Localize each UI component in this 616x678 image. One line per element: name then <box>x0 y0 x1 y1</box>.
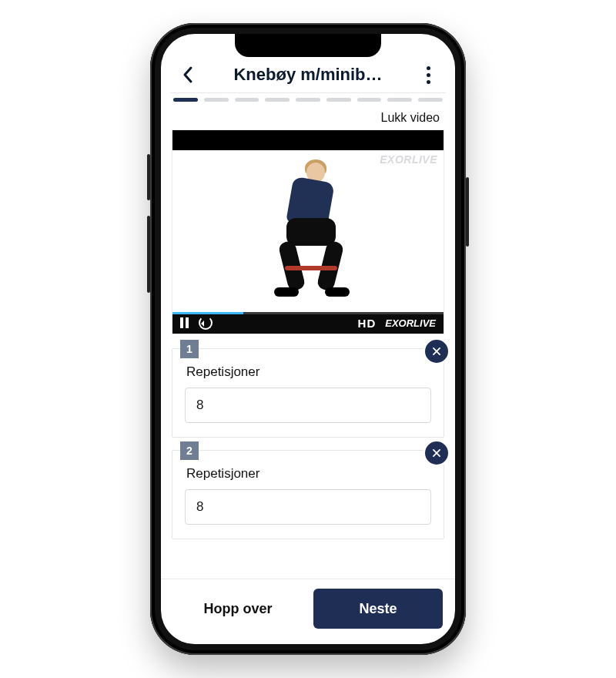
progress-segment <box>326 98 351 102</box>
progress-segment <box>204 98 229 102</box>
content-area: Lukk video EXORLIVE <box>161 109 455 579</box>
video-watermark: EXORLIVE <box>380 153 437 166</box>
progress-segment <box>235 98 259 102</box>
video-progress-bar[interactable] <box>172 312 243 314</box>
skip-button[interactable]: Hopp over <box>173 589 303 629</box>
phone-frame: Knebøy m/minib… Lukk video EXORLIVE <box>150 23 466 655</box>
repetitions-input[interactable] <box>185 388 431 423</box>
video-player: EXORLIVE HD EXORLIVE <box>172 129 444 334</box>
more-menu-button[interactable] <box>415 66 441 84</box>
set-index-badge: 2 <box>180 441 199 460</box>
close-icon <box>431 448 442 458</box>
repetitions-input[interactable] <box>185 489 431 525</box>
close-icon <box>431 346 442 357</box>
delete-set-button[interactable] <box>425 441 448 465</box>
video-frame[interactable] <box>172 150 444 312</box>
video-quality-toggle[interactable]: HD <box>358 317 377 330</box>
next-button[interactable]: Neste <box>313 589 443 629</box>
progress-segment <box>296 98 320 102</box>
set-card: 2 Repetisjoner <box>172 450 444 539</box>
kebab-icon <box>427 66 430 84</box>
set-index-badge: 1 <box>180 340 199 358</box>
set-field-label: Repetisjoner <box>186 364 431 380</box>
step-progress <box>161 98 455 109</box>
progress-segment <box>357 98 382 102</box>
chevron-left-icon <box>182 65 194 84</box>
page-title: Knebøy m/minib… <box>201 65 415 85</box>
progress-segment <box>418 98 443 102</box>
device-notch <box>235 34 381 57</box>
video-top-bar <box>172 130 444 150</box>
delete-set-button[interactable] <box>425 340 448 363</box>
sets-list: 1 Repetisjoner 2 Repetisjoner <box>161 334 455 539</box>
set-field-label: Repetisjoner <box>186 466 431 482</box>
footer-bar: Hopp over Neste <box>161 579 455 644</box>
video-controls: HD EXORLIVE <box>172 312 444 334</box>
video-brand-label: EXORLIVE <box>385 317 436 329</box>
set-card: 1 Repetisjoner <box>172 348 444 438</box>
header-divider <box>170 92 446 93</box>
progress-segment <box>173 98 198 102</box>
progress-segment <box>387 98 412 102</box>
exercise-illustration <box>262 158 354 304</box>
back-button[interactable] <box>175 65 201 84</box>
pause-button[interactable] <box>180 317 189 328</box>
rewind-button[interactable] <box>199 316 213 330</box>
progress-segment <box>265 98 290 102</box>
close-video-link[interactable]: Lukk video <box>161 109 455 129</box>
screen: Knebøy m/minib… Lukk video EXORLIVE <box>161 34 455 644</box>
